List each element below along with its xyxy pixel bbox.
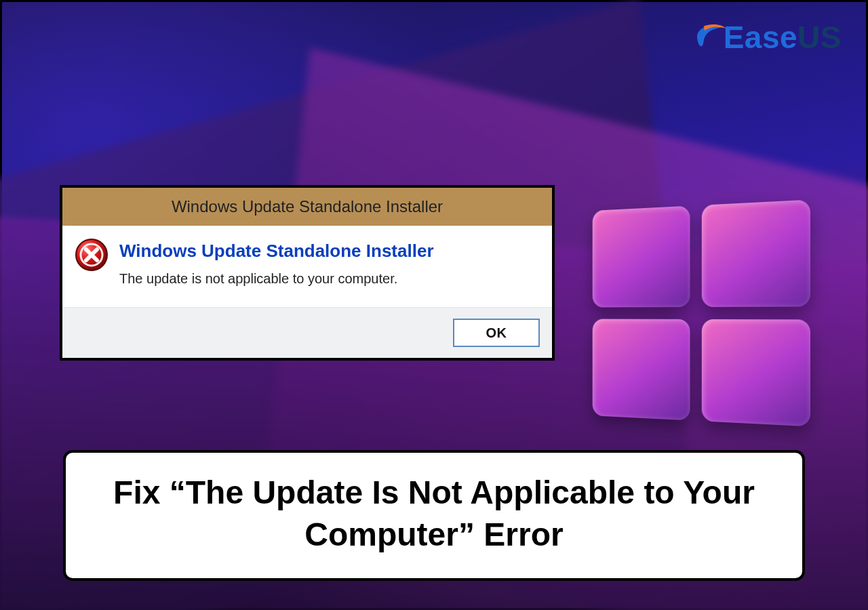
windows-logo-icon (593, 199, 815, 428)
dialog-texts: Windows Update Standalone Installer The … (119, 238, 434, 287)
error-x-icon (75, 238, 108, 272)
error-dialog: Windows Update Standalone Installer (60, 185, 555, 361)
brand-text-ease: Ease (724, 20, 797, 55)
dialog-actions: OK (62, 307, 552, 358)
windows-pane (702, 319, 810, 426)
dialog-window-title: Windows Update Standalone Installer (172, 197, 443, 216)
easeus-logo: EaseUS (694, 20, 842, 55)
brand-text-us: US (797, 20, 842, 55)
article-hero-canvas: EaseUS Windows Update Standalone Install… (0, 0, 868, 610)
dialog-message: The update is not applicable to your com… (119, 271, 434, 287)
dialog-content-row: Windows Update Standalone Installer The … (75, 238, 537, 287)
windows-pane (593, 206, 690, 308)
dialog-body: Windows Update Standalone Installer The … (62, 226, 552, 307)
windows-pane (593, 319, 690, 421)
brand-text: EaseUS (724, 22, 842, 53)
windows-pane (702, 200, 810, 307)
hero-caption-text: Fix “The Update Is Not Applicable to You… (86, 472, 782, 555)
dialog-titlebar: Windows Update Standalone Installer (62, 188, 552, 226)
hero-caption: Fix “The Update Is Not Applicable to You… (63, 450, 805, 581)
ok-button[interactable]: OK (453, 319, 540, 347)
dialog-heading: Windows Update Standalone Installer (119, 241, 434, 262)
